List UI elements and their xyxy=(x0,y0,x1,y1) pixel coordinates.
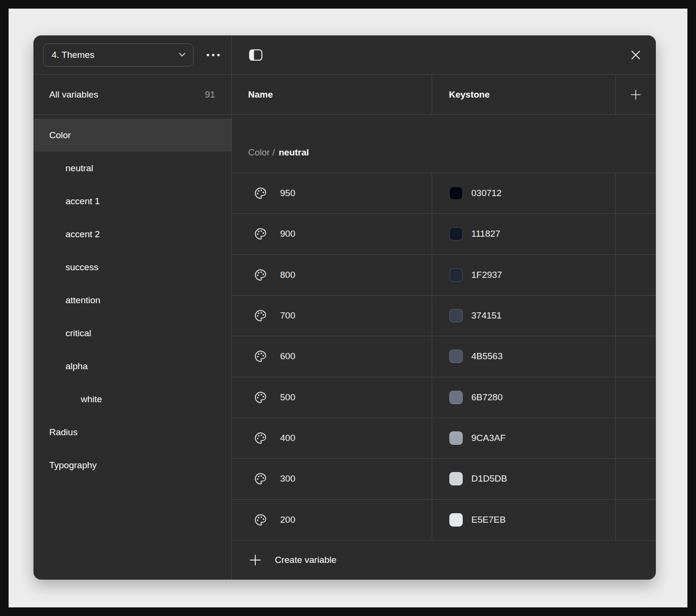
palette-icon xyxy=(254,432,267,444)
more-horizontal-icon xyxy=(206,53,220,57)
variable-row-600[interactable]: 600 4B5563 xyxy=(232,336,656,376)
variable-hex-value: 374151 xyxy=(471,310,501,321)
table-header-row: Name Keystone xyxy=(232,75,656,115)
theme-selector-label: 4. Themes xyxy=(52,50,94,60)
sidebar-item-label: critical xyxy=(65,328,91,339)
sidebar-item-accent-2[interactable]: accent 2 xyxy=(33,218,231,251)
variable-name-cell[interactable]: 700 xyxy=(232,296,432,336)
sidebar-item-label: accent 1 xyxy=(65,196,100,207)
sidebar-item-neutral[interactable]: neutral xyxy=(33,152,231,185)
variable-value-cell[interactable]: 6B7280 xyxy=(432,377,615,418)
variable-value-cell[interactable]: E5E7EB xyxy=(432,500,615,540)
variable-name: 800 xyxy=(280,270,295,280)
variable-value-cell[interactable]: 4B5563 xyxy=(432,336,615,376)
sidebar-item-color[interactable]: Color xyxy=(33,119,231,152)
variable-row-200[interactable]: 200 E5E7EB xyxy=(232,499,656,540)
color-swatch[interactable] xyxy=(449,391,463,404)
table-toolbar xyxy=(232,35,656,75)
color-swatch[interactable] xyxy=(449,472,463,485)
sidebar-item-label: attention xyxy=(65,295,100,306)
create-variable-label: Create variable xyxy=(275,555,337,565)
sidebar-item-accent-1[interactable]: accent 1 xyxy=(33,185,231,218)
variable-name-cell[interactable]: 300 xyxy=(232,459,432,499)
empty-cell xyxy=(615,336,656,376)
theme-selector-dropdown[interactable]: 4. Themes xyxy=(43,44,194,66)
variable-value-cell[interactable]: D1D5DB xyxy=(432,459,615,499)
variable-name: 950 xyxy=(280,188,295,198)
sidebar-item-label: white xyxy=(81,394,102,405)
plus-icon xyxy=(630,89,642,100)
empty-cell xyxy=(615,459,656,499)
variable-row-800[interactable]: 800 1F2937 xyxy=(232,254,656,295)
group-header-color-neutral: Color / neutral xyxy=(232,115,656,173)
palette-icon xyxy=(254,473,267,485)
variable-hex-value: 030712 xyxy=(471,188,501,198)
color-swatch[interactable] xyxy=(449,268,463,282)
variable-value-cell[interactable]: 111827 xyxy=(432,214,615,254)
color-swatch[interactable] xyxy=(449,431,463,445)
column-header-name: Name xyxy=(232,75,432,114)
variable-hex-value: 6B7280 xyxy=(471,392,503,403)
variable-name-cell[interactable]: 950 xyxy=(232,173,432,213)
variable-name-cell[interactable]: 500 xyxy=(232,377,432,418)
sidebar-item-label: Color xyxy=(49,130,71,141)
variable-hex-value: 9CA3AF xyxy=(471,433,506,443)
empty-cell xyxy=(615,418,656,458)
sidebar-item-alpha[interactable]: alpha xyxy=(33,350,231,383)
variables-panel: 4. Themes All variables 91 Color neutral xyxy=(33,35,656,580)
empty-cell xyxy=(615,173,656,213)
name-header-label: Name xyxy=(248,89,273,100)
add-mode-button[interactable] xyxy=(615,75,656,114)
palette-icon xyxy=(254,228,267,240)
variable-row-900[interactable]: 900 111827 xyxy=(232,213,656,254)
color-swatch[interactable] xyxy=(449,227,463,241)
variable-row-400[interactable]: 400 9CA3AF xyxy=(232,418,656,458)
group-path-prefix: Color / xyxy=(248,147,275,158)
color-swatch[interactable] xyxy=(449,187,463,200)
create-variable-button[interactable]: Create variable xyxy=(232,540,656,580)
sidebar-item-typography[interactable]: Typography xyxy=(33,449,231,482)
variable-name: 400 xyxy=(280,433,295,443)
color-swatch[interactable] xyxy=(449,350,463,363)
variable-name-cell[interactable]: 200 xyxy=(232,500,432,540)
variable-name-cell[interactable]: 800 xyxy=(232,255,432,295)
variable-value-cell[interactable]: 9CA3AF xyxy=(432,418,615,458)
close-button[interactable] xyxy=(630,49,642,61)
empty-cell xyxy=(615,377,656,418)
color-swatch[interactable] xyxy=(449,309,463,322)
sidebar-item-critical[interactable]: critical xyxy=(33,317,231,350)
variable-row-500[interactable]: 500 6B7280 xyxy=(232,377,656,418)
variable-row-700[interactable]: 700 374151 xyxy=(232,295,656,336)
variable-value-cell[interactable]: 1F2937 xyxy=(432,255,615,295)
variable-name: 500 xyxy=(280,392,295,403)
collections-list: Color neutral accent 1 accent 2 success … xyxy=(33,115,231,482)
keystone-header-label: Keystone xyxy=(449,89,490,100)
variable-name-cell[interactable]: 600 xyxy=(232,336,432,376)
variable-value-cell[interactable]: 030712 xyxy=(432,173,615,213)
sidebar-item-all-variables[interactable]: All variables 91 xyxy=(33,75,231,115)
all-variables-count: 91 xyxy=(205,89,215,100)
chevron-down-icon xyxy=(179,53,185,57)
variable-name-cell[interactable]: 400 xyxy=(232,418,432,458)
sidebar-item-success[interactable]: success xyxy=(33,251,231,284)
close-icon xyxy=(630,49,642,61)
variable-row-300[interactable]: 300 D1D5DB xyxy=(232,458,656,499)
toggle-sidebar-button[interactable] xyxy=(249,49,262,61)
sidebar-item-label: neutral xyxy=(65,163,93,174)
sidebar-item-white[interactable]: white xyxy=(33,383,231,416)
variable-hex-value: 1F2937 xyxy=(471,270,502,280)
sidebar-item-radius[interactable]: Radius xyxy=(33,416,231,449)
variable-name-cell[interactable]: 900 xyxy=(232,214,432,254)
color-swatch[interactable] xyxy=(449,513,463,527)
sidebar-item-label: Typography xyxy=(49,460,97,471)
variable-value-cell[interactable]: 374151 xyxy=(432,296,615,336)
sidebar-item-label: success xyxy=(65,262,98,273)
variable-row-950[interactable]: 950 030712 xyxy=(232,173,656,213)
sidebar-item-attention[interactable]: attention xyxy=(33,284,231,317)
variable-hex-value: E5E7EB xyxy=(471,515,506,525)
more-options-button[interactable] xyxy=(206,53,220,57)
variable-hex-value: 111827 xyxy=(471,229,500,239)
sidebar-item-label: Radius xyxy=(49,427,77,438)
palette-icon xyxy=(254,309,267,322)
sidebar-item-label: accent 2 xyxy=(65,229,100,240)
